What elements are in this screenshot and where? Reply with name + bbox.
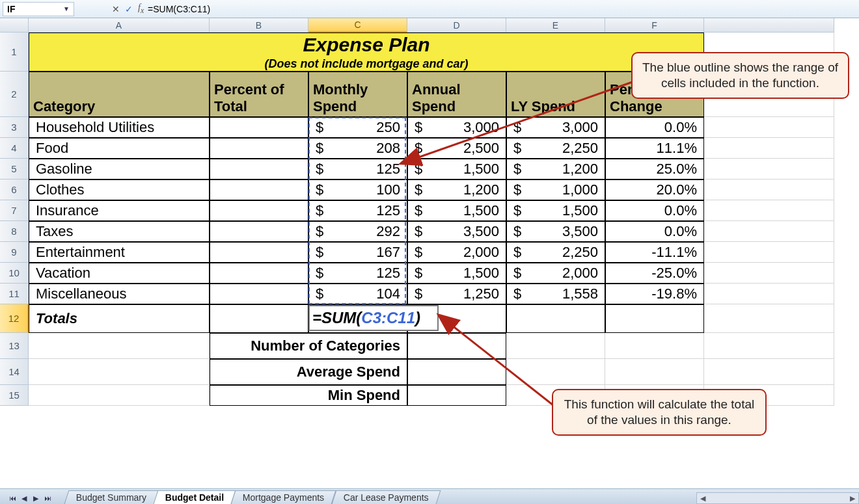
cell-G8[interactable]	[704, 221, 834, 242]
col-header-G[interactable]	[704, 18, 834, 33]
scroll-right-icon[interactable]: ▶	[847, 494, 858, 503]
cell-G3[interactable]	[704, 117, 834, 138]
sheet-tab-mortgage-payments[interactable]: Mortgage Payments	[231, 490, 336, 504]
row-header-15[interactable]: 15	[0, 385, 29, 406]
enter-icon[interactable]: ✓	[122, 4, 135, 14]
cell-editor[interactable]: =SUM(C3:C11)	[308, 305, 439, 331]
cell-F8[interactable]: 0.0%	[605, 221, 704, 242]
cell-B10[interactable]	[210, 263, 308, 284]
row-header-6[interactable]: 6	[0, 179, 29, 200]
cell-G7[interactable]	[704, 200, 834, 221]
cell-G13[interactable]	[704, 333, 834, 359]
cell-D11[interactable]: $1,250	[407, 284, 506, 304]
scroll-left-icon[interactable]: ◀	[697, 494, 709, 503]
cell-E12[interactable]	[506, 304, 605, 333]
cell-B5[interactable]	[210, 159, 308, 179]
sheet-tab-car-lease-payments[interactable]: Car Lease Payments	[331, 490, 441, 504]
cell-E10[interactable]: $2,000	[506, 263, 605, 284]
cell-B9[interactable]	[210, 242, 308, 263]
cell-G12[interactable]	[704, 304, 834, 333]
row-header-13[interactable]: 13	[0, 333, 29, 359]
cell-B6[interactable]	[210, 179, 308, 200]
cell-C10[interactable]: $125	[308, 263, 407, 284]
cell-F5[interactable]: 25.0%	[605, 159, 704, 179]
cell-D3[interactable]: $3,000	[407, 117, 506, 138]
col-header-F[interactable]: F	[605, 18, 704, 33]
cell-F14[interactable]	[605, 359, 704, 385]
cell-G4[interactable]	[704, 138, 834, 159]
col-header-C[interactable]: C	[308, 18, 407, 33]
cell-D15[interactable]	[407, 385, 506, 406]
cell-C3[interactable]: $250	[308, 117, 407, 138]
row-header-7[interactable]: 7	[0, 200, 29, 221]
totals-label[interactable]: Totals	[29, 304, 210, 333]
label-avg-spend[interactable]: Average Spend	[210, 359, 407, 385]
cell-B8[interactable]	[210, 221, 308, 242]
cell-C5[interactable]: $125	[308, 159, 407, 179]
cell-B3[interactable]	[210, 117, 308, 138]
sheet-tab-budget-detail[interactable]: Budget Detail	[154, 490, 236, 504]
select-all-corner[interactable]	[0, 18, 29, 33]
fx-icon[interactable]: fx	[138, 3, 144, 15]
cell-D6[interactable]: $1,200	[407, 179, 506, 200]
row-header-2[interactable]: 2	[0, 72, 29, 117]
row-header-4[interactable]: 4	[0, 138, 29, 159]
cell-F12[interactable]	[605, 304, 704, 333]
cell-E11[interactable]: $1,558	[506, 284, 605, 304]
label-num-categories[interactable]: Number of Categories	[210, 333, 407, 359]
cell-E3[interactable]: $3,000	[506, 117, 605, 138]
tab-nav-prev-icon[interactable]: ◀	[18, 492, 30, 504]
header-category[interactable]: Category	[29, 72, 210, 117]
cell-E9[interactable]: $2,250	[506, 242, 605, 263]
cancel-icon[interactable]: ✕	[109, 4, 122, 14]
cell-D13[interactable]	[407, 333, 506, 359]
cell-B4[interactable]	[210, 138, 308, 159]
cell-F3[interactable]: 0.0%	[605, 117, 704, 138]
cell-A10[interactable]: Vacation	[29, 263, 210, 284]
cell-E13[interactable]	[506, 333, 605, 359]
cell-C8[interactable]: $292	[308, 221, 407, 242]
col-header-D[interactable]: D	[407, 18, 506, 33]
dropdown-icon[interactable]: ▼	[63, 5, 70, 12]
cell-F9[interactable]: -11.1%	[605, 242, 704, 263]
cell-C4[interactable]: $208	[308, 138, 407, 159]
cell-E5[interactable]: $1,200	[506, 159, 605, 179]
cell-D8[interactable]: $3,500	[407, 221, 506, 242]
cell-C9[interactable]: $167	[308, 242, 407, 263]
cell-A6[interactable]: Clothes	[29, 179, 210, 200]
horizontal-scrollbar[interactable]: ◀ ▶	[696, 492, 859, 504]
cell-E7[interactable]: $1,500	[506, 200, 605, 221]
cell-B7[interactable]	[210, 200, 308, 221]
title-cell[interactable]: Expense Plan (Does not include mortgage …	[29, 33, 704, 72]
cell-D9[interactable]: $2,000	[407, 242, 506, 263]
cell-D10[interactable]: $1,500	[407, 263, 506, 284]
cell-A15[interactable]	[29, 385, 210, 406]
cell-A14[interactable]	[29, 359, 210, 385]
header-ly-spend[interactable]: LY Spend	[506, 72, 605, 117]
cell-G11[interactable]	[704, 284, 834, 304]
cell-F11[interactable]: -19.8%	[605, 284, 704, 304]
tab-nav-first-icon[interactable]: ⏮	[7, 492, 18, 504]
row-header-10[interactable]: 10	[0, 263, 29, 284]
cell-D7[interactable]: $1,500	[407, 200, 506, 221]
cell-G5[interactable]	[704, 159, 834, 179]
header-percent-total[interactable]: Percent of Total	[210, 72, 308, 117]
sheet-tab-budget-summary[interactable]: Budget Summary	[64, 490, 159, 504]
cell-A9[interactable]: Entertainment	[29, 242, 210, 263]
row-header-12[interactable]: 12	[0, 304, 29, 333]
col-header-E[interactable]: E	[506, 18, 605, 33]
header-monthly-spend[interactable]: Monthly Spend	[308, 72, 407, 117]
cell-D5[interactable]: $1,500	[407, 159, 506, 179]
cell-A5[interactable]: Gasoline	[29, 159, 210, 179]
header-annual-spend[interactable]: Annual Spend	[407, 72, 506, 117]
cell-A7[interactable]: Insurance	[29, 200, 210, 221]
cell-F13[interactable]	[605, 333, 704, 359]
cell-F7[interactable]: 0.0%	[605, 200, 704, 221]
cell-A4[interactable]: Food	[29, 138, 210, 159]
cell-G6[interactable]	[704, 179, 834, 200]
cell-E14[interactable]	[506, 359, 605, 385]
tab-nav-next-icon[interactable]: ▶	[30, 492, 42, 504]
cell-G9[interactable]	[704, 242, 834, 263]
cell-D14[interactable]	[407, 359, 506, 385]
cell-A8[interactable]: Taxes	[29, 221, 210, 242]
